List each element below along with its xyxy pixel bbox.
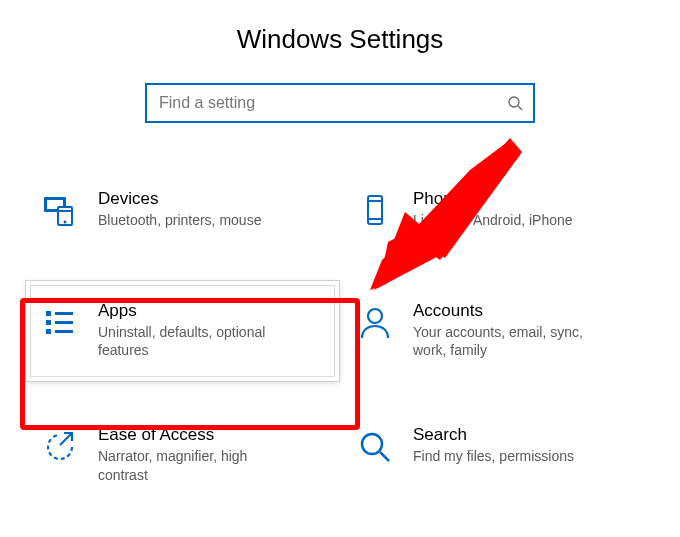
svg-rect-13 xyxy=(55,312,73,315)
tile-phone[interactable]: Phone Link your Android, iPhone xyxy=(345,183,650,239)
svg-rect-11 xyxy=(46,320,51,325)
svg-rect-12 xyxy=(46,329,51,334)
ease-of-access-icon xyxy=(36,423,84,471)
page-title: Windows Settings xyxy=(0,24,680,55)
search-icon xyxy=(507,95,523,111)
svg-point-16 xyxy=(368,309,382,323)
tile-title: Phone xyxy=(413,189,573,209)
tile-search[interactable]: Search Find my files, permissions xyxy=(345,419,650,487)
search-tile-icon xyxy=(351,423,399,471)
tile-title: Search xyxy=(413,425,574,445)
svg-line-19 xyxy=(380,452,389,461)
tile-apps[interactable]: Apps Uninstall, defaults, optional featu… xyxy=(26,281,339,381)
svg-rect-14 xyxy=(55,321,73,324)
devices-icon xyxy=(36,187,84,235)
search-box[interactable] xyxy=(145,83,535,123)
tile-desc: Uninstall, defaults, optional features xyxy=(98,323,298,359)
tile-ease-of-access[interactable]: Ease of Access Narrator, magnifier, high… xyxy=(30,419,335,487)
svg-point-18 xyxy=(362,434,382,454)
svg-point-6 xyxy=(64,221,67,224)
tile-title: Ease of Access xyxy=(98,425,298,445)
svg-rect-10 xyxy=(46,311,51,316)
tile-title: Accounts xyxy=(413,301,613,321)
svg-rect-15 xyxy=(55,330,73,333)
apps-icon xyxy=(36,299,84,347)
tile-desc: Your accounts, email, sync, work, family xyxy=(413,323,613,359)
tile-accounts[interactable]: Accounts Your accounts, email, sync, wor… xyxy=(345,295,650,363)
tile-desc: Bluetooth, printers, mouse xyxy=(98,211,261,229)
settings-grid: Devices Bluetooth, printers, mouse Phone… xyxy=(0,183,680,488)
tile-title: Devices xyxy=(98,189,261,209)
svg-line-1 xyxy=(518,106,522,110)
tile-desc: Narrator, magnifier, high contrast xyxy=(98,447,298,483)
search-container xyxy=(0,83,680,123)
tile-desc: Find my files, permissions xyxy=(413,447,574,465)
accounts-icon xyxy=(351,299,399,347)
phone-icon xyxy=(351,187,399,235)
svg-point-0 xyxy=(509,97,519,107)
tile-desc: Link your Android, iPhone xyxy=(413,211,573,229)
tile-title: Apps xyxy=(98,301,298,321)
svg-line-17 xyxy=(60,433,72,445)
tile-devices[interactable]: Devices Bluetooth, printers, mouse xyxy=(30,183,335,239)
search-input[interactable] xyxy=(157,93,507,113)
